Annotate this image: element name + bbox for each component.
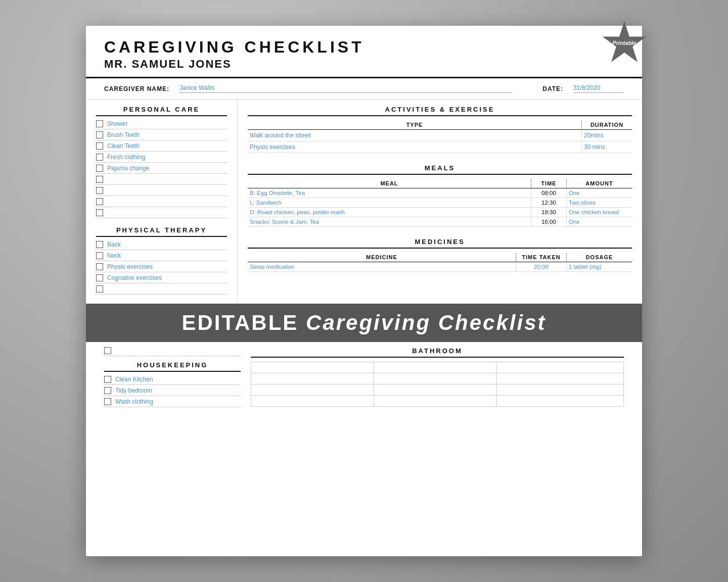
bathroom-row [251,373,624,384]
meal-row: D: Roast chicken, peas, potato mash18:30… [248,208,632,217]
col-meal: MEAL [248,179,531,188]
meal-amount: Two slices [566,198,632,207]
checkbox[interactable] [96,263,103,270]
housekeeping-title: HOUSEKEEPING [104,361,241,372]
activities-header: TYPE DURATION [248,120,632,130]
banner-rest: Caregiving Checklist [298,311,546,334]
medicine-rows: Sleep medication20:001 tablet (mg) [248,262,632,272]
checklist-label: Tidy bedroom [115,387,152,394]
bottom-left: _ HOUSEKEEPING Clean KitchenTidy bedroom… [104,347,241,551]
banner-editable: EDITABLE [181,311,298,334]
checklist-label: _ [107,209,111,216]
meal-name: Snacks: Scone & Jam, Tea [248,217,531,226]
activities-title: ACTIVITIES & EXERCISE [248,106,632,116]
checkbox[interactable] [96,176,103,183]
checklist-label: _ [107,285,111,293]
activities-rows: Walk around the street20minsPhysio exerc… [248,130,632,153]
checkbox[interactable] [104,347,111,354]
date-value: 31/8/2020 [573,84,624,93]
bathroom-cell [497,396,624,407]
checkbox[interactable] [96,285,103,293]
meal-amount: One chicken breast [566,208,632,217]
checkbox[interactable] [96,154,103,161]
medicine-name: Sleep medication [248,262,516,271]
checkbox[interactable] [96,120,103,127]
meal-row: B: Egg Omelette, Tea08:00One [248,188,632,198]
bathroom-cell [497,384,624,396]
blank-checklist-1: _ [104,347,241,356]
housekeeping-item: Tidy bedroom [104,387,241,396]
checklist-label: Brush Teeth [107,131,140,138]
medicine-time: 20:00 [516,262,566,271]
bathroom-cell [497,373,624,384]
housekeeping-list: Clean KitchenTidy bedroomWash clothing [104,376,241,407]
personal-care-item: _ [96,187,227,196]
checkbox[interactable] [96,142,103,150]
medicines-header: MEDICINE TIME TAKEN DOSAGE [248,253,632,262]
personal-care-list: ShowerBrush TeethClean TeethFresh clothi… [96,120,227,218]
col-medicine: MEDICINE [248,253,516,262]
bottom-right: BATHROOM [251,347,624,551]
left-column: PERSONAL CARE ShowerBrush TeethClean Tee… [86,100,238,304]
page-wrapper: Printable CAREGIVING CHECKLIST MR. SAMUE… [86,26,642,556]
meal-name: L: Sandwich [248,198,531,207]
col-dosage: DOSAGE [566,253,632,262]
meal-time: 08:00 [531,188,566,198]
checklist-label: Fresh clothing [107,154,145,161]
col-duration: DURATION [581,120,632,129]
bathroom-cell [374,396,497,407]
meal-name: D: Roast chicken, peas, potato mash [248,208,531,217]
meal-time: 18:30 [531,208,566,217]
checklist-label: Clean Kitchen [115,376,153,383]
housekeeping-item: Wash clothing [104,398,241,407]
meals-title: MEALS [248,164,632,175]
checklist-label: Neck [107,252,121,259]
personal-care-item: Pajama change [96,165,227,174]
checkbox[interactable] [96,165,103,172]
main-content: PERSONAL CARE ShowerBrush TeethClean Tee… [86,100,642,304]
date-label: DATE: [542,85,563,92]
right-column: ACTIVITIES & EXERCISE TYPE DURATION Walk… [238,100,642,304]
medicine-dosage: 1 tablet (mg) [566,262,632,271]
bathroom-cell [251,384,374,396]
checklist-label: Cognative exercises [107,274,162,281]
checkbox[interactable] [96,131,103,138]
meals-header: MEAL TIME AMOUNT [248,179,632,188]
checkbox[interactable] [96,198,103,205]
checkbox[interactable] [96,252,103,259]
medicines-title: MEDICINES [248,238,632,249]
medicines-section: MEDICINES MEDICINE TIME TAKEN DOSAGE Sle… [248,238,632,272]
checkbox[interactable] [96,187,103,194]
caregiver-label: CAREGIVER NAME: [104,85,169,92]
checklist-label: _ [107,198,111,205]
meal-name: B: Egg Omelette, Tea [248,188,531,198]
checkbox[interactable] [104,387,111,394]
activities-section: ACTIVITIES & EXERCISE TYPE DURATION Walk… [248,106,632,157]
bathroom-cell [374,384,497,396]
col-type: TYPE [248,120,581,129]
col-time: TIME [531,179,566,188]
activity-row: Walk around the street20mins [248,130,632,141]
personal-care-item: _ [96,209,227,218]
checkbox[interactable] [96,209,103,216]
personal-care-item: Shower [96,120,227,129]
checkbox[interactable] [104,376,111,383]
activity-duration: 20mins [581,130,632,141]
caregiver-row: CAREGIVER NAME: Janice Wallis DATE: 31/8… [86,78,642,100]
bathroom-row [251,362,624,373]
checkbox[interactable] [96,241,103,248]
checklist-label: _ [107,187,111,194]
activity-row: Physio exercises30 mins [248,141,632,153]
banner-text: EDITABLE Caregiving Checklist [181,311,546,334]
caregiver-value: Janice Wallis [179,84,512,93]
housekeeping-item: Clean Kitchen [104,376,241,385]
bathroom-cell [251,362,374,373]
patient-name: MR. SAMUEL JONES [104,58,624,71]
physical-therapy-title: PHYSICAL THERAPY [96,226,227,237]
checkbox[interactable] [96,274,103,281]
personal-care-item: _ [96,198,227,207]
activity-duration: 30 mins [581,141,632,153]
meal-amount: One [566,217,632,226]
checkbox[interactable] [104,398,111,405]
bathroom-cell [251,373,374,384]
